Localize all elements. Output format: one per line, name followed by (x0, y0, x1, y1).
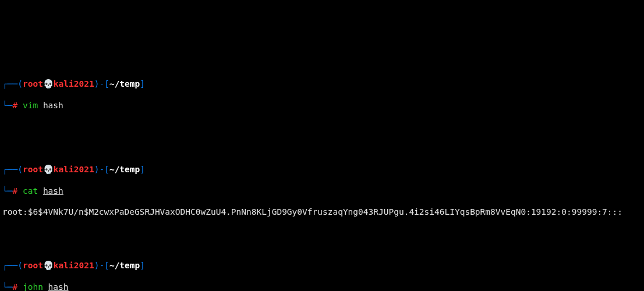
command-line-1: └─# vim hash (2, 100, 642, 111)
prompt-line-3: ┌──(root💀kali2021)-[~/temp] (2, 260, 642, 271)
skull-icon: 💀 (43, 79, 54, 88)
skull-icon: 💀 (43, 165, 54, 174)
command-vim: vim (23, 101, 38, 110)
prompt-line-1: ┌──(root💀kali2021)-[~/temp] (2, 79, 642, 89)
command-line-2: └─# cat hash (2, 186, 642, 196)
command-line-3: └─# john hash (2, 282, 642, 291)
prompt-line-2: ┌──(root💀kali2021)-[~/temp] (2, 164, 642, 175)
skull-icon: 💀 (43, 261, 54, 270)
cat-output: root:$6$4VNk7U/n$M2cwxPaDeGSRJHVaxODHC0w… (2, 207, 622, 217)
command-john: john (23, 282, 43, 291)
command-cat: cat (23, 186, 38, 196)
terminal[interactable]: ┌──(root💀kali2021)-[~/temp] └─# vim hash… (2, 47, 642, 291)
